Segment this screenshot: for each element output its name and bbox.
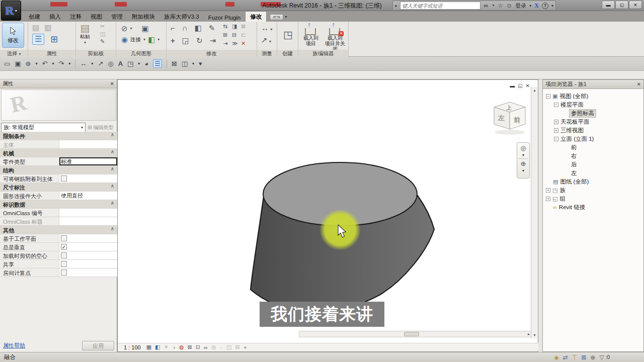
expander-icon[interactable]: − <box>554 137 558 141</box>
collapse-section-icon[interactable]: ∧ <box>111 166 117 174</box>
temporary-hide-icon[interactable]: ◎ <box>211 344 216 350</box>
properties-palette-icon[interactable]: ☰ <box>32 34 44 45</box>
checkbox[interactable] <box>61 261 67 267</box>
tab-annotate[interactable]: 注释 <box>65 12 86 22</box>
property-section[interactable]: 标识数据∧ <box>0 200 117 209</box>
restore-button[interactable]: ◱ <box>615 1 628 9</box>
design-options-icon[interactable]: ⇄ <box>563 354 568 361</box>
panel-label-properties[interactable]: 属性 <box>28 50 75 57</box>
caret-down-icon[interactable]: ▾ <box>551 4 553 8</box>
panel-label-create[interactable]: 创建 <box>277 50 298 57</box>
expander-icon[interactable]: − <box>546 94 550 99</box>
filter-icon[interactable]: ▽ <box>599 354 604 361</box>
property-row[interactable]: OmniClass 标题 <box>0 217 117 226</box>
copy-icon[interactable]: ◲ <box>182 37 189 44</box>
property-row[interactable]: 房间计算点 <box>0 268 117 277</box>
pin-icon[interactable]: ⊠ <box>241 24 250 32</box>
search-icon[interactable]: ∞ <box>484 2 488 9</box>
minimize-button[interactable]: ▬ <box>602 1 615 9</box>
viewcube[interactable]: 上 左 前 <box>494 102 525 135</box>
load-into-project-button[interactable]: ↑ 载入到 项目 <box>299 23 323 46</box>
scale-icon[interactable]: ⊟ <box>232 32 241 41</box>
tree-item-floor-plans[interactable]: −楼层平面 <box>554 101 584 109</box>
tab-family-master[interactable]: 族库大师V3.3 <box>159 12 204 22</box>
move-icon[interactable]: + <box>171 37 175 44</box>
open-file-icon[interactable]: ▭ <box>4 60 10 67</box>
panel-label-family-editor[interactable]: 族编辑器 <box>298 50 348 57</box>
close-browser-icon[interactable]: ✕ <box>637 81 641 87</box>
communication-center-icon[interactable]: ◔ <box>491 2 495 9</box>
rendering-dialog-icon[interactable]: ◍ <box>179 344 184 350</box>
workset-icon[interactable]: ◈ <box>554 354 559 361</box>
tab-fuzor-plugin[interactable]: Fuzor Plugin <box>204 13 246 22</box>
help-icon[interactable]: ? <box>542 3 548 9</box>
vertical-scrollbar[interactable]: ▴ ▾ <box>531 87 537 338</box>
tree-item-ceiling-plans[interactable]: +天花板平面 <box>554 118 590 126</box>
tab-view[interactable]: 视图 <box>86 12 107 22</box>
mirror-axis-icon[interactable]: ◧ <box>195 24 202 32</box>
paste-button[interactable]: ▤ 粘贴 ▾ <box>80 23 90 45</box>
switch-windows-icon[interactable]: ◫ <box>182 60 188 67</box>
tree-item-sheets[interactable]: ▤图纸 (全部) <box>553 177 589 186</box>
property-row[interactable]: 基于工作平面 <box>0 234 117 243</box>
trim-icon[interactable]: ⇥ <box>210 37 216 44</box>
exchange-apps-icon[interactable]: X <box>534 2 539 10</box>
exclude-options-icon[interactable]: ⊠ <box>581 354 586 361</box>
tab-create[interactable]: 创建 <box>24 12 45 22</box>
crop-view-icon[interactable]: ⊠ <box>188 344 192 350</box>
app-menu-button[interactable]: R ▾ <box>1 1 21 21</box>
property-row[interactable]: OmniClass 编号 <box>0 209 117 217</box>
property-section[interactable]: 机械∧ <box>0 149 117 157</box>
view-restore-icon[interactable]: ◱ <box>518 83 522 88</box>
search-input[interactable] <box>400 2 480 10</box>
property-section[interactable]: 结构∧ <box>0 166 117 174</box>
render-icon[interactable]: ◕ <box>144 60 148 67</box>
favorites-star-icon[interactable]: ☆ <box>498 2 503 9</box>
caret-down-icon[interactable]: ▾ <box>285 15 287 19</box>
type-selector-dropdown[interactable]: 族: 常规模型 ▾ <box>1 123 86 132</box>
match-type-icon[interactable]: ✎ <box>100 39 105 44</box>
split-icon[interactable]: ⇆ <box>223 24 232 32</box>
expander-icon[interactable]: + <box>554 128 558 133</box>
cut-icon[interactable]: ✂ <box>100 24 105 29</box>
save-icon[interactable]: ▣ <box>15 60 21 67</box>
reveal-hidden-icon[interactable]: ∞ <box>204 344 208 350</box>
caret-down-icon[interactable]: ▾ <box>522 153 524 157</box>
property-section[interactable]: 尺寸标注∧ <box>0 183 117 192</box>
collapse-section-icon[interactable]: ∧ <box>111 226 117 234</box>
default-3d-view-icon[interactable]: ◳ <box>127 60 133 67</box>
dimension-icon[interactable]: ↔ <box>261 24 269 32</box>
array-icon[interactable]: ⊞ <box>223 32 232 41</box>
extend-icon[interactable]: ⇥ <box>223 41 232 49</box>
paint-icon[interactable]: ◧ <box>148 36 155 43</box>
offset-icon[interactable]: ∩ <box>182 24 188 32</box>
show-crop-icon[interactable]: ⊡ <box>196 344 200 350</box>
property-section[interactable]: 其他∧ <box>0 226 117 234</box>
property-section[interactable]: 限制条件∧ <box>0 132 117 140</box>
checkbox[interactable] <box>61 252 67 258</box>
drawing-area[interactable]: ▬ ◱ ✕ <box>117 79 538 352</box>
view-close-icon[interactable]: ✕ <box>526 83 530 88</box>
steering-wheel-icon[interactable]: ◎ <box>520 144 526 152</box>
tree-item-3d-views[interactable]: +三维视图 <box>554 126 584 134</box>
expander-icon[interactable]: − <box>554 103 558 107</box>
property-row[interactable]: 圆形连接件大小使用直径 <box>0 192 117 200</box>
properties-header[interactable]: 属性 ✕ <box>0 79 117 88</box>
collapse-section-icon[interactable]: ∧ <box>111 200 117 208</box>
unpin-icon[interactable]: ⊏ <box>241 32 250 41</box>
category-params-icon[interactable]: ▤ <box>32 24 39 31</box>
scrollbar-thumb[interactable] <box>404 332 419 336</box>
checkbox[interactable] <box>61 175 67 182</box>
tree-item-ref-level[interactable]: 参照标高 <box>569 109 596 117</box>
view-minimize-icon[interactable]: ▬ <box>510 83 515 88</box>
family-types-icon[interactable]: ⊞ <box>50 35 58 44</box>
undo-icon[interactable]: ↶ <box>42 60 48 67</box>
tree-item-elevations[interactable]: −立面 (立面 1) <box>554 135 594 143</box>
shadows-icon[interactable]: ◑ <box>172 344 176 350</box>
property-row[interactable]: 主体 <box>0 140 117 149</box>
tree-item-right[interactable]: 右 <box>571 152 577 160</box>
split-gap-icon[interactable]: ◨ <box>232 24 241 32</box>
tab-manage[interactable]: 管理 <box>107 12 127 22</box>
collapse-infocenter-icon[interactable]: ▸ <box>395 4 397 8</box>
join-label[interactable]: 连接 <box>130 36 141 43</box>
